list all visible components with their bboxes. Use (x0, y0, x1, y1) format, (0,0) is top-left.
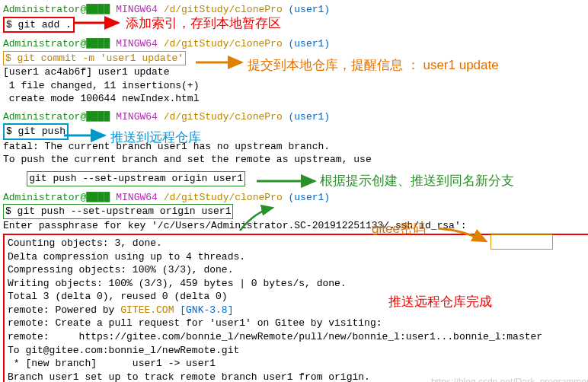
output-passphrase: Enter passphrase for key '/c/Users/Admin… (3, 219, 588, 233)
blocked-icon: ████ (86, 4, 110, 15)
cmd-git-push-setupstream[interactable]: $ git push --set-upstream origin user1 (3, 204, 588, 219)
annotation-push: 推送到远程仓库 (110, 129, 201, 147)
cmd-git-push[interactable]: $ git push (3, 123, 588, 140)
annotation-setup: 根据提示创建、推送到同名新分支 (320, 173, 514, 190)
password-field-box (491, 234, 553, 250)
prompt-line: Administrator@████ MINGW64 /d/gitStudy/c… (3, 37, 588, 51)
annotation-commit: 提交到本地仓库，提醒信息 ： user1 update (248, 57, 499, 75)
push-result-box: Counting objects: 3, done. Delta compres… (3, 234, 588, 382)
watermark: https://blog.csdn.net/Dark_programmer (431, 376, 588, 382)
annotation-password: gitee密码 (372, 221, 426, 238)
output: 1 file changed, 11 insertions(+) (3, 79, 588, 93)
prompt-line: Administrator@████ MINGW64 /d/gitStudy/c… (3, 3, 588, 17)
prompt-line: Administrator@████ MINGW64 /d/gitStudy/c… (3, 110, 588, 124)
annotation-complete: 推送远程仓库完成 (388, 294, 492, 311)
prompt-line: Administrator@████ MINGW64 /d/gitStudy/c… (3, 191, 588, 205)
annotation-add: 添加索引，存到本地暂存区 (126, 15, 281, 33)
output: To push the current branch and set the r… (3, 153, 588, 167)
output: fatal: The current branch user1 has no u… (3, 140, 588, 154)
output: create mode 100644 newIndex.html (3, 92, 588, 106)
cmd-git-add[interactable]: $ git add . (3, 17, 588, 33)
